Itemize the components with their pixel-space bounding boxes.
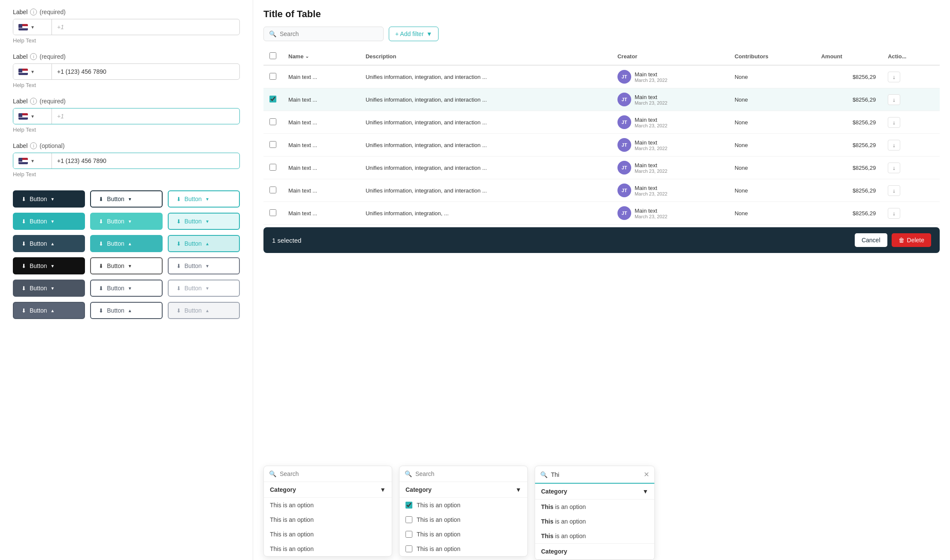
phone-input-4[interactable] [52,153,239,169]
row-checkbox-2[interactable] [269,118,276,125]
dropdown-checkbox-2-4[interactable] [405,545,412,552]
btn-teal-solid-down[interactable]: ⬇ Button ▼ [13,213,85,230]
dropdown-search-input-3[interactable] [551,471,640,478]
btn-light-teal-solid-down[interactable]: ⬇ Button ▼ [90,213,162,230]
phone-input-2[interactable] [52,64,239,79]
row-checkbox-0[interactable] [269,73,276,80]
option-text-2-3: This is an option [417,531,460,538]
help-text-2: Help Text [13,82,240,88]
dropdown-option-1-2[interactable]: This is an option [264,512,392,527]
btn-label-4: Button [30,218,47,225]
dropdown-search-input-2[interactable] [415,470,522,477]
table-search-input[interactable] [280,30,378,37]
btn-light-teal-solid-up[interactable]: ⬇ Button ▲ [90,235,162,252]
btn-chevron-5: ▼ [128,219,132,224]
search-icon-d2: 🔍 [405,470,412,477]
btn-light-teal-outline-up[interactable]: ⬇ Button ▲ [168,235,240,252]
dropdown-checkbox-2-2[interactable] [405,516,412,523]
row-action-btn-3[interactable]: ↓ [888,140,900,151]
clear-search-button[interactable]: ✕ [644,470,649,479]
select-all-checkbox[interactable] [269,52,276,59]
btn-gray-outline-down[interactable]: ⬇ Button ▼ [168,257,240,274]
dropdown-option-2-3[interactable]: This is an option [399,527,527,542]
delete-selection-button[interactable]: 🗑 Delete [892,233,931,247]
row-checkbox-1[interactable] [269,96,276,102]
row-creator-2: JT Main text March 23, 2022 [611,111,729,134]
download-icon-12: ⬇ [176,263,181,269]
dropdown-option-3-3[interactable]: This is an option [535,529,654,543]
dropdown-option-1-1[interactable]: This is an option [264,498,392,512]
btn-gray-outline2-down[interactable]: ⬇ Button ▼ [90,280,162,297]
country-select-2[interactable]: ▼ [13,64,52,79]
dropdown-search-input-1[interactable] [280,470,387,477]
th-description: Description [360,48,611,65]
dropdown-checkbox-2-3[interactable] [405,531,412,538]
table-row: Main text ... Unifies information, integ… [263,157,940,179]
cancel-selection-button[interactable]: Cancel [855,233,887,247]
btn-teal-outline-down[interactable]: ⬇ Button ▼ [168,190,240,208]
dropdown-category-1[interactable]: Category ▼ [264,482,392,498]
row-action-btn-6[interactable]: ↓ [888,208,900,219]
btn-light-teal-outline-down[interactable]: ⬇ Button ▼ [168,213,240,230]
dropdown-option-2-1[interactable]: This is an option [399,498,527,512]
table-search-box[interactable]: 🔍 [263,27,384,41]
btn-dark-solid-up[interactable]: ⬇ Button ▲ [13,235,85,252]
btn-label-10: Button [30,262,47,269]
btn-dark-outline2-down[interactable]: ⬇ Button ▼ [90,257,162,274]
row-action-btn-0[interactable]: ↓ [888,72,900,82]
btn-gray-outline-up[interactable]: ⬇ Button ▲ [90,302,162,319]
field-label-1: Label i (required) [13,9,240,15]
sort-icon-name: ⌄ [305,54,309,59]
info-icon-1[interactable]: i [30,9,37,15]
phone-input-3[interactable] [52,108,239,124]
btn-gray-outline-up2[interactable]: ⬇ Button ▲ [168,302,240,319]
dropdown-option-3-1[interactable]: This is an option [535,500,654,514]
row-checkbox-6[interactable] [269,209,276,216]
phone-input-1[interactable] [52,19,239,35]
dropdown-category-3[interactable]: Category ▼ [535,484,654,500]
dropdowns-row: 🔍 Category ▼ This is an option This is a… [263,466,950,560]
required-badge-3: (required) [39,98,66,105]
btn-black-down[interactable]: ⬇ Button ▼ [13,257,85,274]
row-action-btn-2[interactable]: ↓ [888,117,900,128]
th-name[interactable]: Name ⌄ [282,48,360,65]
dropdown-option-3-2[interactable]: This is an option [535,514,654,529]
row-contributors-0: None [729,65,815,88]
info-icon-3[interactable]: i [30,98,37,105]
dropdown-option-2-4[interactable]: This is an option [399,542,527,556]
th-contributors: Contributors [729,48,815,65]
btn-label-3: Button [185,196,202,202]
dropdown-option-1-3[interactable]: This is an option [264,527,392,542]
dropdown-checkbox-2-1[interactable] [405,502,412,509]
row-action-btn-4[interactable]: ↓ [888,163,900,173]
row-checkbox-4[interactable] [269,164,276,171]
add-filter-button[interactable]: + Add filter ▼ [389,27,439,41]
row-amount-5: $8256,29 [815,179,882,202]
row-description-1: Unifies information, integration, and in… [360,88,611,111]
row-checkbox-5[interactable] [269,187,276,193]
dropdown-option-2-2[interactable]: This is an option [399,512,527,527]
table-row: Main text ... Unifies information, integ… [263,134,940,157]
info-icon-2[interactable]: i [30,53,37,60]
selection-bar: 1 selected Cancel 🗑 Delete [263,227,940,253]
row-checkbox-3[interactable] [269,141,276,148]
row-description-0: Unifies information, integration, and in… [360,65,611,88]
label-text-1: Label [13,9,27,15]
btn-dark-outline-down[interactable]: ⬇ Button ▼ [90,190,162,208]
info-icon-4[interactable]: i [30,142,37,149]
btn-gray-outline3-down[interactable]: ⬇ Button ▼ [168,280,240,297]
country-select-3[interactable]: ▼ [13,108,52,124]
chevron-down-1: ▼ [30,25,35,30]
download-icon-11: ⬇ [99,263,103,269]
btn-dark-gray-up[interactable]: ⬇ Button ▲ [13,302,85,319]
btn-dark-gray-down[interactable]: ⬇ Button ▼ [13,280,85,297]
country-select-1[interactable]: ▼ [13,19,52,35]
btn-dark-solid-down[interactable]: ⬇ Button ▼ [13,190,85,208]
dropdown-option-1-4[interactable]: This is an option [264,542,392,556]
country-select-4[interactable]: ▼ [13,153,52,169]
row-creator-5: JT Main text March 23, 2022 [611,179,729,202]
row-name-0: Main text ... [282,65,360,88]
row-action-btn-1[interactable]: ↓ [888,94,900,105]
dropdown-category-2[interactable]: Category ▼ [399,482,527,498]
row-action-btn-5[interactable]: ↓ [888,185,900,196]
